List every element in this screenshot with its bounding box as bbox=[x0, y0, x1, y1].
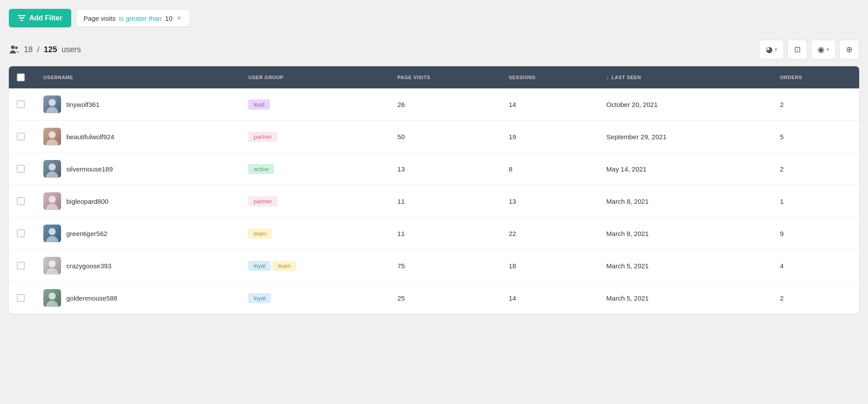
expand-button[interactable]: ⊡ bbox=[787, 40, 807, 59]
users-icon bbox=[9, 44, 19, 55]
svg-point-3 bbox=[11, 46, 15, 49]
row-checkbox[interactable] bbox=[17, 197, 25, 205]
tag-team: team bbox=[273, 261, 296, 271]
username-cell: greentiger562 bbox=[35, 217, 240, 250]
orders-cell: 2 bbox=[772, 153, 859, 185]
avatar bbox=[43, 95, 61, 113]
last-seen-cell: September 29, 2021 bbox=[599, 121, 772, 153]
tag-lead: lead bbox=[248, 99, 270, 110]
username-text: goldenmouse588 bbox=[66, 294, 117, 302]
sessions-cell: 14 bbox=[501, 88, 599, 121]
orders-cell: 2 bbox=[772, 282, 859, 314]
eye-view-button[interactable]: ◉ ▾ bbox=[811, 40, 836, 59]
row-checkbox[interactable] bbox=[17, 165, 25, 173]
username-cell: tinywolf361 bbox=[35, 88, 240, 121]
username-text: silvermouse189 bbox=[66, 165, 113, 173]
col-header-sessions[interactable]: SESSIONS bbox=[501, 66, 599, 88]
tag-partner: partner bbox=[248, 196, 277, 206]
unit-label: users bbox=[61, 45, 81, 54]
page-visits-cell: 11 bbox=[389, 217, 501, 250]
stats-row: 18 / 125 users ◕ ▾ ⊡ ◉ ▾ ⊕ bbox=[9, 40, 859, 59]
user-group-cell: loyal bbox=[240, 282, 389, 314]
row-checkbox[interactable] bbox=[17, 294, 25, 302]
row-checkbox-cell bbox=[9, 217, 35, 250]
table-row[interactable]: tinywolf361lead2614October 20, 20212 bbox=[9, 88, 859, 121]
col-header-last-seen[interactable]: ↓ LAST SEEN bbox=[599, 66, 772, 88]
chart-view-button[interactable]: ◕ ▾ bbox=[759, 40, 784, 59]
row-checkbox-cell bbox=[9, 88, 35, 121]
sessions-cell: 18 bbox=[501, 250, 599, 282]
filter-operator: is greater than bbox=[119, 15, 161, 22]
username-text: greentiger562 bbox=[66, 230, 108, 237]
sessions-cell: 19 bbox=[501, 121, 599, 153]
table-row[interactable]: crazygoose393loyalteam7518March 5, 20214 bbox=[9, 250, 859, 282]
username-text: tinywolf361 bbox=[66, 101, 100, 108]
row-checkbox[interactable] bbox=[17, 229, 25, 237]
table-body: tinywolf361lead2614October 20, 20212beau… bbox=[9, 88, 859, 314]
svg-rect-2 bbox=[20, 20, 23, 21]
table-row[interactable]: silvermouse189active138May 14, 20212 bbox=[9, 153, 859, 185]
filter-lines-icon bbox=[18, 15, 26, 21]
user-group-cell: loyalteam bbox=[240, 250, 389, 282]
row-checkbox-cell bbox=[9, 121, 35, 153]
table-row[interactable]: bigleopard800partner1113March 8, 20211 bbox=[9, 185, 859, 217]
add-filter-button[interactable]: Add Filter bbox=[9, 9, 71, 27]
row-checkbox[interactable] bbox=[17, 133, 25, 141]
active-filter: Page visits is greater than 10 × bbox=[77, 10, 190, 27]
globe-icon: ⊕ bbox=[846, 45, 853, 54]
users-table: USERNAME USER GROUP PAGE VISITS SESSIONS… bbox=[9, 66, 859, 314]
eye-icon: ◉ bbox=[818, 45, 825, 54]
tag-partner: partner bbox=[248, 132, 277, 142]
add-filter-label: Add Filter bbox=[29, 14, 62, 22]
table-row[interactable]: beautifulwolf924partner5019September 29,… bbox=[9, 121, 859, 153]
col-header-user-group[interactable]: USER GROUP bbox=[240, 66, 389, 88]
row-checkbox[interactable] bbox=[17, 100, 25, 108]
user-group-cell: team bbox=[240, 217, 389, 250]
filtered-count: 18 bbox=[24, 45, 33, 54]
orders-cell: 4 bbox=[772, 250, 859, 282]
row-checkbox-cell bbox=[9, 250, 35, 282]
svg-point-4 bbox=[15, 46, 18, 49]
select-all-checkbox[interactable] bbox=[17, 73, 25, 81]
top-bar: Add Filter Page visits is greater than 1… bbox=[9, 9, 859, 27]
filter-close-button[interactable]: × bbox=[176, 14, 183, 22]
sessions-cell: 14 bbox=[501, 282, 599, 314]
username-cell: goldenmouse588 bbox=[35, 282, 240, 314]
last-seen-cell: March 8, 2021 bbox=[599, 217, 772, 250]
avatar bbox=[43, 289, 61, 307]
username-text: crazygoose393 bbox=[66, 262, 111, 270]
page-visits-cell: 25 bbox=[389, 282, 501, 314]
username-cell: bigleopard800 bbox=[35, 185, 240, 217]
username-cell: crazygoose393 bbox=[35, 250, 240, 282]
users-table-container: USERNAME USER GROUP PAGE VISITS SESSIONS… bbox=[9, 66, 859, 314]
last-seen-cell: October 20, 2021 bbox=[599, 88, 772, 121]
row-checkbox[interactable] bbox=[17, 262, 25, 270]
page-visits-cell: 26 bbox=[389, 88, 501, 121]
chevron-down-icon: ▾ bbox=[826, 46, 829, 53]
avatar bbox=[43, 160, 61, 178]
globe-button[interactable]: ⊕ bbox=[839, 40, 859, 59]
col-header-page-visits[interactable]: PAGE VISITS bbox=[389, 66, 501, 88]
username-cell: silvermouse189 bbox=[35, 153, 240, 185]
row-checkbox-cell bbox=[9, 282, 35, 314]
page-visits-cell: 50 bbox=[389, 121, 501, 153]
col-header-orders[interactable]: ORDERS bbox=[772, 66, 859, 88]
username-text: bigleopard800 bbox=[66, 198, 108, 205]
avatar bbox=[43, 128, 61, 145]
username-cell: beautifulwolf924 bbox=[35, 121, 240, 153]
tag-loyal: loyal bbox=[248, 261, 271, 271]
tag-loyal: loyal bbox=[248, 293, 271, 303]
row-checkbox-cell bbox=[9, 185, 35, 217]
svg-rect-1 bbox=[19, 18, 24, 19]
user-group-cell: partner bbox=[240, 121, 389, 153]
svg-rect-0 bbox=[18, 15, 26, 16]
filter-value: 10 bbox=[165, 15, 173, 22]
page-visits-cell: 11 bbox=[389, 185, 501, 217]
tag-active: active bbox=[248, 164, 274, 174]
col-header-username[interactable]: USERNAME bbox=[35, 66, 240, 88]
expand-icon: ⊡ bbox=[794, 45, 801, 54]
table-row[interactable]: goldenmouse588loyal2514March 5, 20212 bbox=[9, 282, 859, 314]
last-seen-cell: March 5, 2021 bbox=[599, 250, 772, 282]
table-row[interactable]: greentiger562team1122March 8, 20219 bbox=[9, 217, 859, 250]
user-group-cell: partner bbox=[240, 185, 389, 217]
